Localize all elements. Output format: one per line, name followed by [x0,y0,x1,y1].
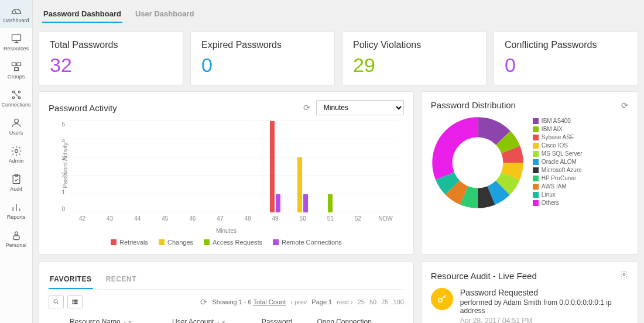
password-activity-panel: Password Activity ⟳ Minutes Password Act… [39,91,414,255]
sidebar-item-label: Reports [7,214,26,220]
main-content: Password Dashboard User Dashboard Total … [33,0,644,323]
refresh-icon[interactable]: ⟳ [200,297,207,307]
legend-item: IBM AS400 [533,118,583,124]
favorites-panel: FAVORITES RECENT ⟳ Showing 1 - 6 Total C… [39,262,414,323]
legend-item: MS SQL Server [533,150,583,157]
distribution-donut [431,116,525,209]
summary-cards: Total Passwords 32 Expired Passwords 0 P… [39,31,638,85]
bar-chart-icon [11,201,22,213]
tab-favorites[interactable]: FAVORITES [49,270,93,289]
sidebar-item-resources[interactable]: Resources [0,28,32,56]
legend-item: Others [533,200,583,206]
chart-legend: RetrievalsChangesAccess RequestsRemote C… [49,239,404,246]
pagesize-25[interactable]: 25 [358,298,365,305]
user-icon [11,117,22,129]
summary-card: Total Passwords 32 [39,31,183,85]
tab-password-dashboard[interactable]: Password Dashboard [42,6,122,23]
sidebar-item-label: Resources [4,46,29,51]
sidebar-item-admin[interactable]: Admin [0,140,32,169]
sidebar-item-label: Personal [6,242,27,248]
chart-bar [328,194,333,212]
sidebar-item-label: Audit [10,186,22,192]
svg-point-7 [12,97,14,98]
top-tabs: Password Dashboard User Dashboard [39,6,638,25]
card-title: Total Passwords [50,40,172,50]
sidebar-item-label: Users [9,130,23,136]
svg-rect-3 [14,68,18,71]
sidebar-item-connections[interactable]: Connections [0,84,32,112]
sidebar-item-label: Dashboard [3,18,29,23]
groups-icon [11,61,22,73]
showing-text: Showing 1 - 6 Total Count [212,298,286,305]
svg-rect-16 [74,300,78,301]
activity-chart: Password Activity 543210 424344454647484… [49,121,404,226]
pagesize-100[interactable]: 100 [393,298,404,305]
col-user[interactable]: User Account▲▼ [169,313,258,323]
svg-rect-0 [12,35,20,40]
sidebar-item-users[interactable]: Users [0,112,32,140]
sidebar-item-label: Connections [1,102,30,108]
legend-item: HP ProCurve [533,175,583,181]
password-distribution-panel: Password Distribution ⟳ IBM AS400IBM AIX… [421,91,638,255]
svg-point-27 [623,273,625,276]
panel-title: Resource Audit - Live Feed [431,271,537,281]
card-value: 32 [50,54,172,77]
svg-point-14 [54,300,57,303]
legend-item: Cisco IOS [533,142,583,149]
pagesize-50[interactable]: 50 [369,298,376,305]
distribution-legend: IBM AS400IBM AIXSybase ASECisco IOSMS SQ… [533,118,583,208]
card-value: 0 [201,54,324,77]
pagesize-75[interactable]: 75 [381,298,388,305]
col-password: Password [258,313,314,323]
card-title: Conflicting Passwords [505,40,627,50]
prev-page[interactable]: ‹ prev [290,298,307,305]
dashboard-icon [11,5,22,16]
time-unit-select[interactable]: Minutes [316,100,404,115]
search-icon[interactable] [49,295,64,308]
next-page[interactable]: next › [337,298,353,305]
svg-point-6 [18,91,20,92]
col-connection: Open Connection [313,313,403,323]
legend-item: Access Requests [204,239,262,246]
sidebar-item-dashboard[interactable]: Dashboard [0,0,32,28]
tab-recent[interactable]: RECENT [105,270,138,289]
svg-point-28 [439,298,442,302]
svg-rect-1 [12,63,16,66]
svg-rect-17 [73,301,74,303]
svg-point-4 [12,91,14,92]
sidebar-item-groups[interactable]: Groups [0,56,32,84]
chart-bar [270,121,275,212]
svg-rect-15 [73,300,74,301]
legend-item: Microsoft Azure [533,167,583,173]
legend-item: Retrievals [111,239,148,246]
legend-item: IBM AIX [533,126,583,132]
card-title: Policy Violations [353,40,475,50]
chart-bar [276,194,280,212]
connections-icon [11,89,22,101]
person-icon [11,229,22,241]
chart-bar [303,194,308,212]
legend-item: AWS IAM [533,183,583,190]
audit-item-body: performed by Adam Smith from 0:0:0:0:0:0… [460,298,628,315]
resource-audit-panel: Resource Audit - Live Feed Password Requ… [421,262,638,323]
summary-card: Policy Violations 29 [342,31,487,85]
svg-rect-2 [16,63,20,66]
svg-point-8 [14,119,18,123]
legend-item: Sybase ASE [533,134,583,140]
list-view-icon[interactable] [67,295,83,308]
refresh-icon[interactable]: ⟳ [621,101,628,110]
sidebar-item-reports[interactable]: Reports [0,197,32,225]
gear-icon [11,145,22,157]
refresh-icon[interactable]: ⟳ [303,103,310,112]
tab-user-dashboard[interactable]: User Dashboard [134,6,195,23]
key-icon [431,288,453,310]
sidebar-item-audit[interactable]: Audit [0,169,32,197]
card-value: 0 [505,54,627,77]
svg-point-9 [15,150,18,153]
sidebar-item-personal[interactable]: Personal [0,225,32,253]
gear-icon[interactable] [620,270,628,281]
summary-card: Conflicting Passwords 0 [494,31,638,85]
col-resource[interactable]: Resource Name▲▼ [66,313,169,323]
sidebar: Dashboard Resources Groups Connections U… [0,0,33,323]
svg-rect-19 [73,303,74,304]
